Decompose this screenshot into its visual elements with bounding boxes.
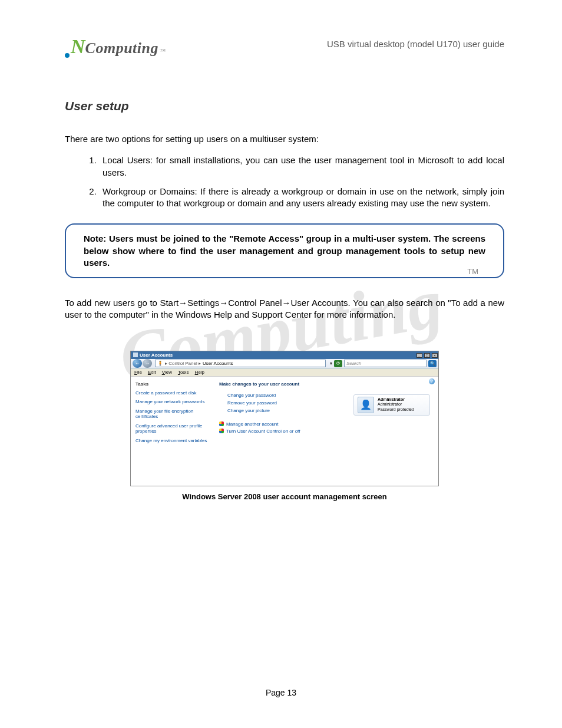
menu-bar: File Edit View Tools Help — [131, 369, 438, 377]
window-content: ? Tasks Create a password reset disk Man… — [131, 377, 438, 486]
back-button[interactable]: ← — [133, 359, 142, 368]
maximize-button[interactable]: □ — [424, 353, 430, 358]
main-title: Make changes to your user account — [219, 381, 432, 387]
account-name: Administrator — [378, 397, 414, 402]
shield-icon — [219, 421, 224, 426]
account-status: Password protected — [378, 407, 414, 412]
shield-icon — [219, 429, 224, 433]
titlebar[interactable]: User Accounts _ □ × — [131, 351, 438, 359]
menu-help[interactable]: Help — [195, 370, 204, 375]
logo-text: Computing — [85, 39, 158, 57]
window-icon — [133, 353, 138, 357]
help-button[interactable]: ? — [429, 378, 435, 384]
menu-tools[interactable]: Tools — [178, 370, 189, 375]
breadcrumb-icon: 🧍 — [157, 361, 163, 366]
avatar-icon: 👤 — [358, 397, 374, 413]
list-item: Local Users: for small installations, yo… — [99, 154, 504, 179]
screenshot-caption: Windows Server 2008 user account managem… — [65, 492, 504, 501]
logo: N Computing ™ — [65, 35, 166, 58]
menu-view[interactable]: View — [162, 370, 172, 375]
user-accounts-window: User Accounts _ □ × ← → 🧍 ▸ Control Pane… — [130, 351, 439, 486]
task-link[interactable]: Change my environment variables — [135, 438, 209, 444]
logo-n: N — [71, 35, 85, 58]
account-role: Administrator — [378, 402, 414, 407]
breadcrumb-prefix: ▸ Control Panel ▸ — [165, 361, 201, 366]
logo-tm: ™ — [160, 48, 166, 54]
tasks-panel: Tasks Create a password reset disk Manag… — [131, 377, 213, 486]
task-link[interactable]: Configure advanced user profile properti… — [135, 423, 209, 434]
logo-dot-icon — [65, 53, 70, 58]
shield-action-row[interactable]: Manage another account — [219, 421, 432, 427]
note-box: Note: Users must be joined to the "Remot… — [65, 223, 504, 278]
options-list: Local Users: for small installations, yo… — [65, 154, 504, 209]
history-dropdown[interactable]: ▼ — [328, 360, 334, 367]
shield-action-row[interactable]: Turn User Account Control on or off — [219, 429, 432, 434]
task-link[interactable]: Manage your network passwords — [135, 399, 209, 405]
search-go-button[interactable]: 🔍 — [428, 360, 437, 367]
refresh-button[interactable]: ⟳ — [334, 360, 342, 367]
page-header: N Computing ™ USB virtual desktop (model… — [65, 35, 504, 58]
action-link: Turn User Account Control on or off — [226, 429, 300, 434]
breadcrumb[interactable]: 🧍 ▸ Control Panel ▸ User Accounts — [155, 360, 326, 367]
page-number: Page 13 — [0, 688, 562, 697]
action-link: Manage another account — [226, 421, 279, 427]
search-input[interactable]: Search — [344, 360, 427, 367]
tasks-title: Tasks — [135, 381, 209, 387]
address-bar: ← → 🧍 ▸ Control Panel ▸ User Accounts ▼ … — [131, 359, 438, 369]
menu-edit[interactable]: Edit — [148, 370, 156, 375]
note-text: Note: Users must be joined to the "Remot… — [84, 233, 485, 269]
close-button[interactable]: × — [432, 353, 438, 358]
list-item: Workgroup or Domains: If there is alread… — [99, 186, 504, 210]
header-guide-title: USB virtual desktop (model U170) user gu… — [327, 39, 504, 49]
tm-mark: TM — [467, 267, 478, 276]
window-title: User Accounts — [140, 353, 173, 358]
breadcrumb-current: User Accounts — [203, 361, 233, 366]
task-link[interactable]: Create a password reset disk — [135, 390, 209, 396]
account-card[interactable]: 👤 Administrator Administrator Password p… — [353, 394, 430, 416]
task-link[interactable]: Manage your file encryption certificates — [135, 409, 209, 420]
intro-text: There are two options for setting up use… — [65, 133, 504, 145]
followup-text: To add new users go to Start→Settings→Co… — [65, 297, 504, 321]
minimize-button[interactable]: _ — [416, 353, 422, 358]
menu-file[interactable]: File — [134, 370, 142, 375]
forward-button[interactable]: → — [143, 359, 152, 368]
section-title: User setup — [65, 99, 504, 113]
main-panel: Make changes to your user account Change… — [213, 377, 438, 486]
